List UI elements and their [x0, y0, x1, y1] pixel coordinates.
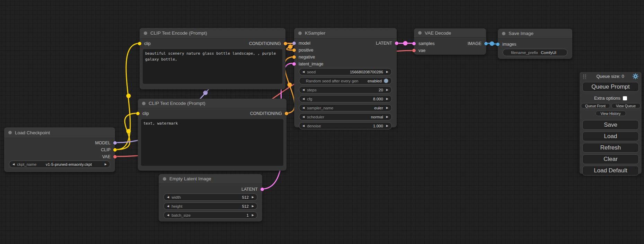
node-load-checkpoint[interactable]: Load Checkpoint MODEL CLIP VAE ckpt_name…	[4, 127, 115, 172]
extra-options-checkbox[interactable]	[623, 96, 627, 100]
collapse-dot-icon[interactable]	[502, 32, 505, 35]
collapse-dot-icon[interactable]	[142, 102, 145, 105]
node-header[interactable]: Load Checkpoint	[4, 127, 115, 138]
view-queue-button[interactable]: View Queue	[611, 103, 641, 108]
prompt-textarea[interactable]: text, watermark	[141, 119, 283, 166]
seed-widget[interactable]: seed 156680208700286	[299, 68, 392, 75]
filename-prefix-widget[interactable]: filename_prefix ComfyUI	[503, 49, 567, 56]
link-midpoint-dot[interactable]	[490, 42, 494, 46]
scheduler-widget[interactable]: scheduler normal	[299, 113, 392, 120]
collapse-dot-icon[interactable]	[418, 31, 422, 35]
link-midpoint-dot[interactable]	[288, 83, 292, 87]
output-row-clip: CLIP	[4, 146, 115, 153]
collapse-dot-icon[interactable]	[163, 177, 166, 181]
increment-arrow-icon[interactable]	[105, 163, 107, 166]
increment-arrow-icon[interactable]	[386, 107, 388, 109]
increment-arrow-icon[interactable]	[386, 89, 388, 91]
save-button[interactable]: Save	[582, 120, 639, 130]
node-header[interactable]: VAE Decode	[414, 28, 486, 38]
link-midpoint-dot[interactable]	[203, 91, 208, 95]
drag-handle-icon[interactable]	[583, 74, 586, 79]
increment-arrow-icon[interactable]	[386, 116, 388, 118]
node-save-image[interactable]: Save Image images filename_prefix ComfyU…	[498, 29, 572, 59]
decrement-arrow-icon[interactable]	[12, 163, 15, 166]
node-ksampler[interactable]: KSampler model LATENT positive negative …	[294, 28, 397, 127]
node-graph-canvas[interactable]: Load Checkpoint MODEL CLIP VAE ckpt_name…	[0, 0, 644, 244]
collapse-dot-icon[interactable]	[298, 31, 302, 35]
decrement-arrow-icon[interactable]	[302, 107, 305, 109]
output-port-conditioning[interactable]	[285, 112, 288, 115]
node-vae-decode[interactable]: VAE Decode samples IMAGE vae	[414, 28, 486, 55]
input-port-negative[interactable]	[292, 55, 296, 59]
clear-button[interactable]: Clear	[582, 154, 639, 164]
input-port-positive[interactable]	[292, 48, 296, 52]
gear-icon[interactable]	[633, 73, 638, 79]
input-port-samples[interactable]	[412, 42, 416, 45]
input-port-clip[interactable]	[138, 42, 141, 45]
increment-arrow-icon[interactable]	[386, 98, 388, 100]
increment-arrow-icon[interactable]	[252, 205, 254, 208]
queue-panel: Queue size: 0 Queue Prompt Extra options	[580, 72, 642, 174]
input-port-model[interactable]	[292, 42, 296, 45]
output-port-clip[interactable]	[113, 148, 117, 152]
toggle-circle-icon[interactable]	[384, 79, 388, 83]
wire-clip-to-positive-prompt	[116, 43, 140, 150]
node-header[interactable]: Empty Latent Image	[159, 174, 262, 184]
node-clip-text-encode-positive[interactable]: CLIP Text Encode (Prompt) clip CONDITION…	[140, 28, 285, 89]
cfg-widget[interactable]: cfg 8.000	[299, 95, 392, 102]
decrement-arrow-icon[interactable]	[167, 214, 169, 217]
link-midpoint-dot[interactable]	[126, 94, 131, 98]
increment-arrow-icon[interactable]	[252, 196, 254, 199]
decrement-arrow-icon[interactable]	[302, 116, 305, 118]
node-title: VAE Decode	[425, 30, 451, 36]
height-widget[interactable]: height 512	[164, 202, 257, 210]
batch-size-widget[interactable]: batch_size 1	[164, 211, 257, 219]
output-port-conditioning[interactable]	[284, 42, 287, 45]
output-port-latent[interactable]	[261, 188, 264, 191]
view-history-button[interactable]: View History	[596, 111, 626, 116]
node-header[interactable]: CLIP Text Encode (Prompt)	[138, 99, 286, 108]
decrement-arrow-icon[interactable]	[302, 89, 305, 91]
decrement-arrow-icon[interactable]	[167, 205, 169, 208]
node-header[interactable]: KSampler	[294, 28, 397, 38]
input-port-clip[interactable]	[136, 112, 140, 115]
input-port-vae[interactable]	[412, 49, 416, 52]
port-row: positive	[294, 47, 397, 54]
decrement-arrow-icon[interactable]	[302, 98, 305, 100]
load-button[interactable]: Load	[582, 132, 639, 141]
link-midpoint-dot[interactable]	[403, 41, 408, 46]
node-header[interactable]: Save Image	[498, 29, 572, 38]
node-title: Save Image	[509, 31, 533, 36]
increment-arrow-icon[interactable]	[386, 125, 388, 127]
collapse-dot-icon[interactable]	[144, 31, 147, 35]
output-port-image[interactable]	[484, 42, 488, 45]
output-port-vae[interactable]	[113, 155, 117, 159]
denoise-widget[interactable]: denoise 1.000	[299, 122, 392, 129]
queue-prompt-button[interactable]: Queue Prompt	[582, 82, 639, 92]
width-widget[interactable]: width 512	[164, 193, 257, 201]
steps-widget[interactable]: steps 20	[299, 86, 392, 93]
node-header[interactable]: CLIP Text Encode (Prompt)	[140, 28, 285, 38]
output-port-latent[interactable]	[395, 42, 398, 45]
increment-arrow-icon[interactable]	[386, 71, 388, 73]
node-empty-latent-image[interactable]: Empty Latent Image LATENT width 512 heig…	[159, 174, 262, 222]
sampler-name-widget[interactable]: sampler_name euler	[299, 104, 392, 111]
decrement-arrow-icon[interactable]	[167, 196, 169, 199]
link-midpoint-dot[interactable]	[288, 45, 293, 49]
ckpt-name-widget[interactable]: ckpt_name v1-5-pruned-emaonly.ckpt	[9, 161, 110, 168]
increment-arrow-icon[interactable]	[252, 214, 254, 217]
refresh-button[interactable]: Refresh	[582, 143, 639, 153]
node-title: CLIP Text Encode (Prompt)	[149, 101, 205, 106]
node-clip-text-encode-negative[interactable]: CLIP Text Encode (Prompt) clip CONDITION…	[138, 99, 286, 171]
input-port-latent-image[interactable]	[292, 62, 296, 66]
prompt-textarea[interactable]: beautiful scenery nature glass bottle la…	[143, 49, 282, 84]
decrement-arrow-icon[interactable]	[302, 71, 305, 73]
link-midpoint-dot[interactable]	[126, 129, 131, 134]
decrement-arrow-icon[interactable]	[302, 125, 305, 127]
output-port-model[interactable]	[113, 141, 117, 145]
load-default-button[interactable]: Load Default	[582, 166, 639, 175]
queue-front-button[interactable]: Queue Front	[581, 103, 610, 108]
random-seed-toggle-widget[interactable]: Random seed after every gen enabled	[299, 77, 392, 84]
input-port-images[interactable]	[496, 43, 500, 46]
collapse-dot-icon[interactable]	[8, 131, 12, 134]
